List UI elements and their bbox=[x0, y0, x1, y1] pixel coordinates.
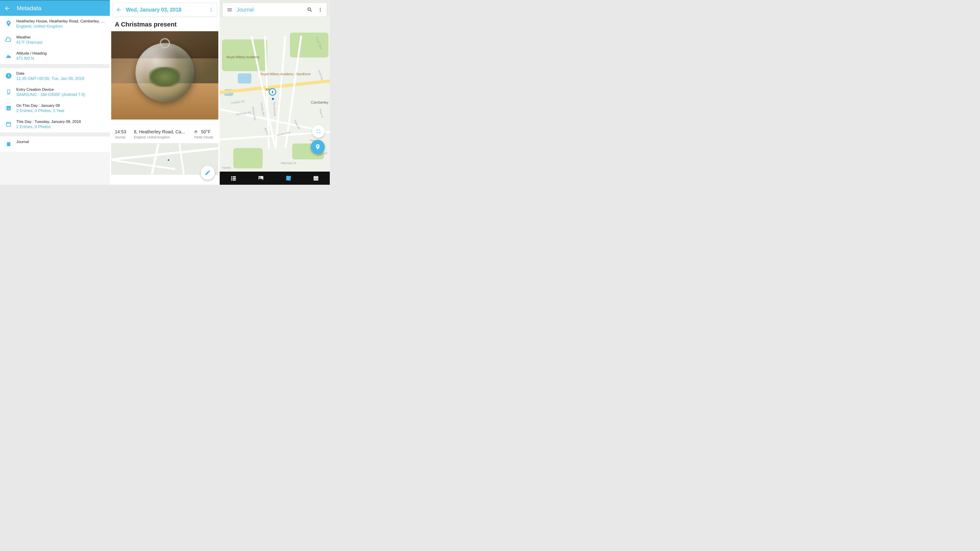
road-label: Victoria Ave bbox=[251, 106, 257, 121]
edit-fab[interactable] bbox=[200, 166, 215, 180]
expand-fab[interactable] bbox=[312, 125, 325, 138]
nav-list[interactable] bbox=[220, 171, 247, 185]
svg-point-22 bbox=[259, 177, 261, 178]
location-pin-icon bbox=[4, 19, 13, 28]
svg-point-24 bbox=[314, 178, 315, 178]
svg-point-27 bbox=[318, 178, 318, 178]
image-icon bbox=[258, 175, 264, 181]
svg-point-10 bbox=[211, 11, 212, 12]
altitude-label: Altitude / Heading bbox=[16, 51, 106, 56]
map-label: Royal Military Academy bbox=[226, 55, 259, 59]
calendar-grid-icon bbox=[313, 175, 319, 181]
location-value: England, United Kingdom bbox=[16, 24, 106, 29]
entry-time: 14:53 bbox=[115, 129, 131, 135]
nav-calendar[interactable] bbox=[302, 171, 330, 185]
road-label: Frimley Rd bbox=[260, 102, 265, 116]
map-canvas[interactable]: Royal Military Academy Royal Military Ac… bbox=[220, 17, 330, 171]
svg-rect-16 bbox=[232, 176, 236, 178]
road-label: The Avenue bbox=[272, 102, 277, 116]
this-day-value: 2 Entries, 0 Photos bbox=[16, 124, 106, 129]
svg-rect-17 bbox=[231, 178, 232, 179]
back-button[interactable] bbox=[4, 5, 10, 11]
device-label: Entry Creation Device bbox=[16, 87, 106, 92]
weather-item[interactable]: Weather 41°F Overcast bbox=[0, 32, 110, 48]
mountain-icon bbox=[4, 51, 13, 60]
metadata-list: Heatherley House, Heatherley Road, Cambe… bbox=[0, 16, 110, 64]
road-label: Hawley bbox=[222, 166, 231, 169]
svg-rect-20 bbox=[232, 179, 236, 181]
altitude-item[interactable]: Altitude / Heading 471 ft/0 N bbox=[0, 48, 110, 64]
date-item[interactable]: Date 11:35 GMT+00:00, Tue, Jan 09, 2018 bbox=[0, 68, 110, 84]
this-day-label: This Day : Tuesday, January 09, 2018 bbox=[16, 119, 106, 124]
location-item[interactable]: Heatherley House, Heatherley Road, Cambe… bbox=[0, 16, 110, 32]
entry-toolbar: Wed, January 03, 2018 bbox=[113, 3, 217, 17]
expand-icon bbox=[316, 129, 321, 134]
altitude-value: 471 ft/0 N bbox=[16, 56, 106, 61]
clock-icon bbox=[4, 71, 13, 80]
hamburger-icon bbox=[227, 7, 232, 13]
back-button[interactable] bbox=[116, 7, 122, 13]
cluster-count: 2 bbox=[272, 90, 274, 94]
calendar-icon bbox=[4, 119, 13, 129]
weather-value: 41°F Overcast bbox=[16, 40, 106, 45]
appbar-title: Metadata bbox=[17, 5, 41, 12]
on-this-day-label: On This Day : January 09 bbox=[16, 103, 106, 108]
more-vert-icon bbox=[318, 7, 323, 12]
arrow-left-icon bbox=[4, 5, 10, 11]
svg-point-26 bbox=[317, 178, 317, 178]
bottom-nav bbox=[220, 171, 330, 185]
cloud-icon bbox=[4, 35, 13, 44]
map-label: Camberley bbox=[311, 100, 328, 105]
nav-photos[interactable] bbox=[247, 171, 275, 185]
road-label: Knoll Rd bbox=[318, 70, 324, 80]
svg-text:09: 09 bbox=[8, 108, 10, 110]
map-cluster-marker[interactable]: 2 bbox=[269, 88, 276, 96]
journal-item[interactable]: Journal bbox=[0, 137, 110, 152]
svg-point-13 bbox=[320, 9, 321, 10]
svg-point-14 bbox=[320, 11, 321, 12]
location-dot-icon bbox=[167, 159, 170, 162]
road-label: Gordon Ave bbox=[276, 130, 291, 137]
device-value: SAMSUNG - SM-G935F (Android 7.0) bbox=[16, 92, 106, 97]
entry-photo[interactable] bbox=[111, 31, 218, 119]
map-title: Journal bbox=[237, 7, 307, 13]
this-day-item[interactable]: This Day : Tuesday, January 09, 2018 2 E… bbox=[0, 116, 110, 132]
arrow-left-icon bbox=[116, 7, 122, 13]
nav-map[interactable] bbox=[275, 171, 302, 185]
section-divider bbox=[0, 132, 110, 137]
map-panel: Journal Royal Military Academy Royal Mil… bbox=[220, 0, 330, 185]
svg-point-28 bbox=[314, 179, 315, 179]
search-icon bbox=[307, 7, 313, 13]
svg-rect-15 bbox=[231, 176, 232, 178]
list-icon bbox=[230, 175, 237, 181]
svg-point-9 bbox=[211, 9, 212, 10]
svg-point-30 bbox=[317, 179, 317, 179]
menu-button[interactable] bbox=[227, 7, 232, 13]
svg-rect-6 bbox=[6, 122, 11, 127]
svg-rect-19 bbox=[231, 179, 232, 181]
entry-date[interactable]: Wed, January 03, 2018 bbox=[126, 7, 208, 13]
on-this-day-item[interactable]: 09 On This Day : January 09 2 Entries, 0… bbox=[0, 100, 110, 116]
more-vert-icon bbox=[208, 7, 213, 12]
road-label: London Rd bbox=[231, 100, 244, 105]
map-toolbar: Journal bbox=[223, 3, 327, 17]
entry-panel: Wed, January 03, 2018 A Christmas presen… bbox=[110, 0, 220, 185]
section-divider bbox=[0, 64, 110, 68]
map-label: Royal Military Academy - Sandhurst bbox=[261, 72, 311, 76]
road-label: Watchetts Dr bbox=[281, 162, 296, 165]
svg-point-12 bbox=[320, 8, 321, 9]
location-label: Heatherley House, Heatherley Road, Cambe… bbox=[16, 19, 106, 24]
svg-point-8 bbox=[211, 8, 212, 9]
location-pin-icon bbox=[315, 144, 321, 150]
entry-journal-name: Journal bbox=[115, 135, 131, 139]
svg-rect-4 bbox=[6, 106, 11, 107]
more-menu-button[interactable] bbox=[318, 7, 323, 12]
search-button[interactable] bbox=[307, 7, 313, 13]
svg-point-25 bbox=[315, 178, 316, 178]
location-fab[interactable] bbox=[311, 140, 325, 154]
device-item[interactable]: Entry Creation Device SAMSUNG - SM-G935F… bbox=[0, 84, 110, 100]
on-this-day-value: 2 Entries, 0 Photos, 1 Year bbox=[16, 108, 106, 113]
more-menu-button[interactable] bbox=[208, 7, 213, 12]
svg-rect-18 bbox=[232, 178, 236, 179]
metadata-panel: Metadata Heatherley House, Heatherley Ro… bbox=[0, 0, 110, 185]
